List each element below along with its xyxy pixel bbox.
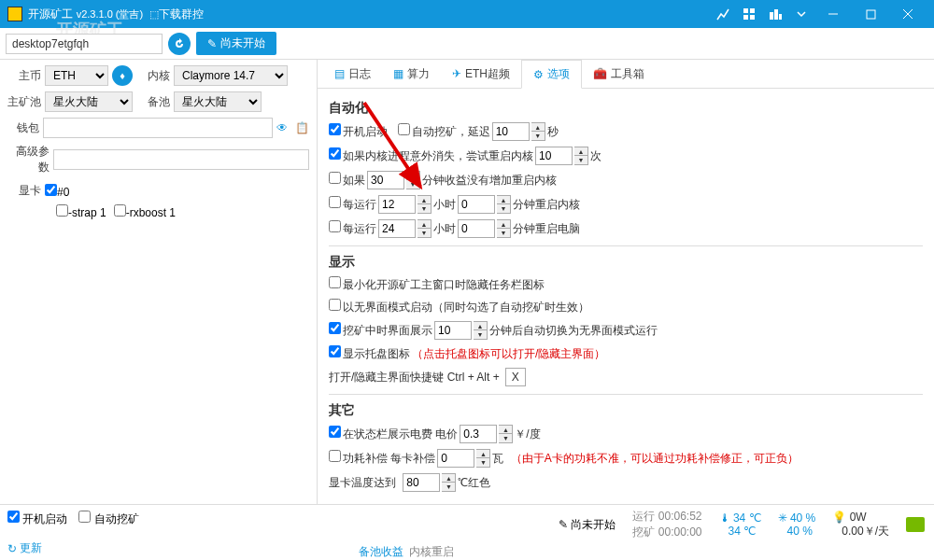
restart-kernel-mins-input[interactable] bbox=[458, 195, 495, 214]
no-profit-restart-checkbox[interactable]: 如果 bbox=[329, 172, 365, 189]
tab-hashrate[interactable]: ▦算力 bbox=[382, 60, 441, 88]
update-button[interactable]: ↻更新 bbox=[7, 540, 42, 556]
title-bar: 开源矿工 v2.3.1.0 (堂吉) ⬚下载群控 bbox=[0, 0, 934, 28]
download-groupctl-link[interactable]: ⬚下载群控 bbox=[149, 8, 204, 20]
mainpool-label: 主矿池 bbox=[7, 94, 41, 110]
gpu0-checkbox[interactable]: #0 bbox=[45, 184, 69, 199]
mining-ui-minutes-input[interactable] bbox=[434, 321, 472, 340]
spinner[interactable]: ▲▼ bbox=[497, 195, 511, 214]
mainpool-select[interactable]: 星火大陆 bbox=[45, 91, 133, 112]
advparam-label: 高级参数 bbox=[7, 144, 50, 175]
dropdown-caret-icon[interactable] bbox=[788, 0, 814, 28]
hotkey-label: 打开/隐藏主界面快捷键 Ctrl + Alt + bbox=[329, 370, 500, 385]
gpu-temp-input[interactable] bbox=[403, 473, 440, 492]
show-elec-checkbox[interactable]: 在状态栏展示电费 电价 bbox=[329, 426, 458, 442]
left-config-panel: 主币 ETH ♦ 内核 Claymore 14.7 主矿池 星火大陆 备池 星火… bbox=[0, 60, 318, 504]
buildings-icon[interactable] bbox=[762, 0, 788, 28]
spinner[interactable]: ▲▼ bbox=[417, 195, 432, 214]
footer-boot-start-checkbox[interactable]: 开机启动 bbox=[7, 511, 67, 527]
svg-rect-5 bbox=[774, 9, 778, 20]
hostname-input[interactable] bbox=[6, 34, 163, 54]
power-offset-checkbox[interactable]: 功耗补偿 每卡补偿 bbox=[329, 450, 435, 467]
hotkey-input[interactable]: X bbox=[505, 368, 526, 386]
tab-options[interactable]: ⚙选项 bbox=[521, 60, 582, 89]
svg-rect-3 bbox=[750, 15, 755, 20]
tray-note: （点击托盘图标可以打开/隐藏主界面） bbox=[412, 346, 605, 362]
auto-mine-delay-input[interactable] bbox=[492, 122, 530, 141]
periodic-restart-kernel-checkbox[interactable]: 每运行 bbox=[329, 196, 376, 213]
kernel-crash-retry-input[interactable] bbox=[535, 147, 573, 165]
spinner[interactable]: ▲▼ bbox=[497, 219, 511, 238]
spinner[interactable]: ▲▼ bbox=[499, 425, 513, 443]
restart-kernel-hours-input[interactable] bbox=[378, 195, 416, 214]
minimize-button[interactable] bbox=[814, 0, 852, 28]
power-offset-input[interactable] bbox=[437, 449, 474, 468]
power-text: 💡 0W 0.00￥/天 bbox=[832, 511, 889, 539]
wallet-label: 钱包 bbox=[7, 120, 39, 136]
kernel-select[interactable]: Claymore 14.7 bbox=[174, 65, 288, 86]
spinner[interactable]: ▲▼ bbox=[406, 171, 420, 189]
mining-ui-show-checkbox[interactable]: 挖矿中时界面展示 bbox=[329, 322, 432, 339]
grid-icon[interactable] bbox=[736, 0, 762, 28]
kernel-label: 内核 bbox=[136, 68, 170, 84]
refresh-icon: ↻ bbox=[7, 542, 17, 555]
minimize-hide-checkbox[interactable]: 最小化开源矿工主窗口时隐藏任务栏图标 bbox=[329, 276, 545, 293]
backpool-select[interactable]: 星火大陆 bbox=[174, 91, 262, 112]
gpu-label: 显卡 bbox=[7, 183, 41, 199]
tray-icon-checkbox[interactable]: 显示托盘图标 bbox=[329, 345, 410, 362]
coin-select[interactable]: ETH bbox=[45, 65, 108, 86]
options-tab-content: 自动化 开机启动 自动挖矿，延迟 ▲▼ 秒 如果内核进程意外消失，尝试重启内核 … bbox=[318, 89, 934, 504]
auto-mine-checkbox[interactable]: 自动挖矿，延迟 bbox=[398, 123, 490, 140]
section-display: 显示 bbox=[329, 254, 923, 271]
status-text: ✎ 尚未开始 bbox=[559, 517, 616, 533]
tab-toolbox[interactable]: 🧰工具箱 bbox=[582, 60, 656, 88]
spinner[interactable]: ▲▼ bbox=[574, 147, 588, 165]
wallet-input[interactable] bbox=[43, 118, 273, 138]
gpu-temp-label: 显卡温度达到 bbox=[329, 475, 396, 491]
advparam-input[interactable] bbox=[53, 149, 309, 170]
elec-price-input[interactable] bbox=[460, 425, 497, 443]
spinner[interactable]: ▲▼ bbox=[442, 473, 456, 492]
periodic-restart-pc-checkbox[interactable]: 每运行 bbox=[329, 220, 376, 237]
pencil-icon: ✎ bbox=[207, 37, 217, 50]
restart-pc-hours-input[interactable] bbox=[378, 219, 416, 238]
tab-log[interactable]: ▤日志 bbox=[323, 60, 382, 88]
strap-checkbox[interactable]: -strap 1 bbox=[56, 204, 106, 219]
eye-icon[interactable]: 👁 bbox=[276, 121, 288, 134]
spinner[interactable]: ▲▼ bbox=[531, 122, 545, 141]
tab-overclock[interactable]: ✈ETH超频 bbox=[441, 60, 521, 88]
spinner[interactable]: ▲▼ bbox=[476, 449, 490, 468]
refresh-icon[interactable] bbox=[168, 33, 191, 55]
power-note: （由于A卡的功耗不准，可以通过功耗补偿修正，可正负） bbox=[511, 451, 799, 467]
fan-text: ✳ 40 % 40 % bbox=[778, 511, 816, 538]
chart-icon[interactable] bbox=[710, 0, 736, 28]
close-button[interactable] bbox=[889, 0, 927, 28]
runtime-text: 运行 00:06:52挖矿 00:00:00 bbox=[632, 509, 701, 540]
headless-start-checkbox[interactable]: 以无界面模式启动（同时勾选了自动挖矿时生效） bbox=[329, 299, 589, 315]
section-automation: 自动化 bbox=[329, 100, 923, 117]
backup-pool-label: 备池收益 bbox=[359, 544, 403, 560]
boot-start-checkbox[interactable]: 开机启动 bbox=[329, 123, 388, 140]
temperature-text: 🌡 34 ℃ 34 ℃ bbox=[719, 511, 761, 538]
maximize-button[interactable] bbox=[852, 0, 889, 28]
clipboard-icon[interactable]: 📋 bbox=[295, 121, 309, 134]
kernel-restart-label: 内核重启 bbox=[409, 544, 454, 560]
svg-rect-4 bbox=[770, 12, 773, 20]
app-logo-icon bbox=[7, 7, 22, 21]
svg-rect-2 bbox=[743, 15, 748, 20]
restart-pc-mins-input[interactable] bbox=[458, 219, 495, 238]
tab-bar: ▤日志 ▦算力 ✈ETH超频 ⚙选项 🧰工具箱 bbox=[318, 60, 934, 89]
footer-auto-mine-checkbox[interactable]: 自动挖矿 bbox=[78, 511, 138, 527]
coin-icon[interactable]: ♦ bbox=[112, 65, 133, 86]
svg-rect-8 bbox=[867, 10, 875, 19]
coin-label: 主币 bbox=[7, 68, 41, 84]
spinner[interactable]: ▲▼ bbox=[474, 321, 488, 340]
kernel-crash-checkbox[interactable]: 如果内核进程意外消失，尝试重启内核 bbox=[329, 147, 533, 164]
start-mining-button[interactable]: ✎ 尚未开始 bbox=[196, 32, 276, 55]
svg-rect-6 bbox=[779, 14, 782, 20]
no-profit-minutes-input[interactable] bbox=[367, 171, 404, 189]
svg-rect-1 bbox=[750, 8, 755, 13]
backpool-label: 备池 bbox=[136, 94, 170, 110]
spinner[interactable]: ▲▼ bbox=[417, 219, 432, 238]
rxboost-checkbox[interactable]: -rxboost 1 bbox=[114, 204, 176, 219]
